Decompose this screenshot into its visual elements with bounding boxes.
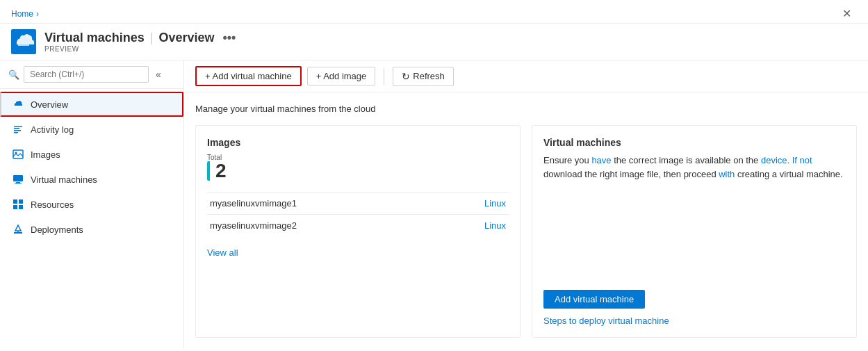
vm-text-link-2[interactable]: device. If not <box>761 155 812 165</box>
refresh-button[interactable]: ↻ Refresh <box>393 67 454 86</box>
search-icon: 🔍 <box>8 70 19 80</box>
page-header: Virtual machines | Overview ••• PREVIEW <box>0 24 868 60</box>
vm-steps-link[interactable]: Steps to deploy virtual machine <box>543 316 845 326</box>
svg-rect-13 <box>13 205 17 209</box>
search-bar: 🔍 « <box>0 60 183 89</box>
image-type-1[interactable]: Linux <box>484 198 506 209</box>
sidebar-item-resources[interactable]: Resources <box>0 192 183 217</box>
sidebar-item-activity-log[interactable]: Activity log <box>0 117 183 142</box>
add-image-button[interactable]: + Add image <box>307 67 376 85</box>
svg-rect-14 <box>19 205 23 209</box>
table-row: myaselinuxvmimage1 Linux <box>207 192 509 214</box>
images-card-title: Images <box>207 137 509 148</box>
image-icon <box>13 149 24 160</box>
images-card: Images Total 2 myaselinuxvmimage1 Linux <box>195 125 521 338</box>
teal-bar <box>207 161 210 181</box>
close-button[interactable]: ✕ <box>837 4 857 23</box>
svg-rect-4 <box>14 130 21 131</box>
sidebar-item-images[interactable]: Images <box>0 142 183 167</box>
toolbar-divider <box>384 68 384 85</box>
cards-row: Images Total 2 myaselinuxvmimage1 Linux <box>195 125 857 338</box>
view-all-link[interactable]: View all <box>207 247 509 258</box>
sidebar-item-deployments[interactable]: Deployments <box>0 217 183 242</box>
breadcrumb-home[interactable]: Home <box>11 9 33 19</box>
top-bar: Home › ✕ <box>0 0 868 24</box>
refresh-icon: ↻ <box>402 71 410 82</box>
svg-rect-3 <box>14 128 19 129</box>
sidebar: 🔍 « Overview Activity log <box>0 60 184 349</box>
total-count-wrapper: 2 <box>207 161 509 181</box>
total-count: 2 <box>215 161 227 181</box>
vm-text-link-1[interactable]: have <box>591 155 611 165</box>
image-name-1: myaselinuxvmimage1 <box>210 198 473 209</box>
svg-marker-16 <box>15 225 21 231</box>
header-subtitle: PREVIEW <box>44 45 236 53</box>
vm-card-title: Virtual machines <box>543 137 845 148</box>
resources-icon <box>13 199 24 210</box>
sidebar-item-label-deployments: Deployments <box>31 225 83 235</box>
svg-rect-1 <box>18 44 29 46</box>
main-content: + Add virtual machine + Add image ↻ Refr… <box>184 60 868 349</box>
total-label: Total <box>207 154 509 161</box>
vm-text-link-3[interactable]: with <box>719 169 735 179</box>
header-title: Virtual machines | Overview ••• <box>44 31 236 45</box>
collapse-sidebar-button[interactable]: « <box>153 67 164 81</box>
sidebar-nav: Overview Activity log Images <box>0 89 183 245</box>
svg-rect-12 <box>19 199 23 204</box>
svg-rect-9 <box>16 182 20 183</box>
add-virtual-machine-button[interactable]: + Add virtual machine <box>195 66 302 86</box>
search-input[interactable] <box>24 66 149 83</box>
sidebar-item-label-images: Images <box>31 149 60 160</box>
image-type-2[interactable]: Linux <box>484 220 506 231</box>
content-heading: Manage your virtual machines from the cl… <box>195 104 857 114</box>
svg-rect-10 <box>15 183 22 184</box>
vm-add-button[interactable]: Add virtual machine <box>543 290 645 309</box>
images-list: myaselinuxvmimage1 Linux myaselinuxvmima… <box>207 192 509 236</box>
total-section: Total 2 <box>207 154 509 181</box>
svg-rect-5 <box>14 132 18 133</box>
vm-icon <box>13 174 24 185</box>
toolbar: + Add virtual machine + Add image ↻ Refr… <box>184 60 868 92</box>
image-name-2: myaselinuxvmimage2 <box>210 220 473 231</box>
breadcrumb-separator: › <box>36 9 39 19</box>
content-area: Manage your virtual machines from the cl… <box>184 92 868 349</box>
svg-rect-15 <box>14 232 22 234</box>
header-more-btn[interactable]: ••• <box>222 31 236 45</box>
header-text-group: Virtual machines | Overview ••• PREVIEW <box>44 31 236 53</box>
activity-icon <box>13 124 24 135</box>
vm-card: Virtual machines Ensure you have the cor… <box>532 125 857 338</box>
svg-rect-11 <box>13 199 17 204</box>
vm-header-icon <box>11 29 36 54</box>
sidebar-item-virtual-machines[interactable]: Virtual machines <box>0 167 183 192</box>
deployments-icon <box>13 224 24 235</box>
svg-rect-6 <box>13 150 23 158</box>
cloud-icon <box>13 99 24 110</box>
header-icon <box>11 29 36 54</box>
main-layout: 🔍 « Overview Activity log <box>0 60 868 349</box>
table-row: myaselinuxvmimage2 Linux <box>207 214 509 236</box>
sidebar-item-label-overview: Overview <box>31 99 68 110</box>
sidebar-item-overview[interactable]: Overview <box>0 92 183 117</box>
sidebar-item-label-resources: Resources <box>31 199 74 210</box>
breadcrumb: Home › <box>11 9 39 19</box>
sidebar-item-label-activity-log: Activity log <box>31 124 74 135</box>
vm-card-description: Ensure you have the correct image is ava… <box>543 154 845 181</box>
svg-rect-2 <box>14 126 22 127</box>
svg-rect-8 <box>13 175 23 181</box>
sidebar-item-label-vm: Virtual machines <box>31 174 97 185</box>
